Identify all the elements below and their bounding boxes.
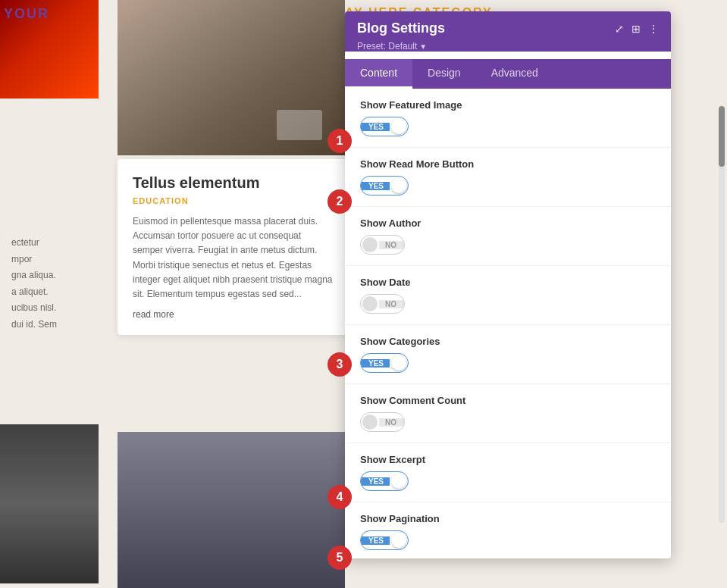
read-more-link[interactable]: read more	[133, 309, 334, 320]
categories-yes-label: YES	[362, 359, 390, 368]
blog-settings-panel: Blog Settings ⤢ ⊞ ⋮ Preset: Default Cont…	[345, 11, 671, 558]
comment-count-no-label: NO	[379, 418, 403, 427]
setting-read-more-label: Show Read More Button	[360, 158, 656, 170]
pagination-toggle[interactable]: YES	[360, 530, 409, 550]
setting-pagination-label: Show Pagination	[360, 513, 656, 524]
setting-featured-image-label: Show Featured Image	[360, 99, 656, 111]
blog-card-text: Euismod in pellentesque massa placerat d…	[133, 214, 334, 302]
preset-dropdown[interactable]: Preset: Default	[357, 41, 659, 52]
step-badge-3: 3	[327, 352, 352, 377]
panel-body: Show Featured Image YES Show Read More B…	[345, 89, 671, 558]
setting-author: Show Author NO	[345, 207, 671, 266]
step-badge-4: 4	[327, 485, 352, 509]
setting-author-label: Show Author	[360, 217, 656, 229]
author-toggle[interactable]: NO	[360, 235, 405, 255]
featured-image-toggle[interactable]: YES	[360, 117, 409, 136]
setting-categories: Show Categories YES	[345, 325, 671, 384]
setting-comment-count: Show Comment Count NO	[345, 384, 671, 443]
setting-categories-label: Show Categories	[360, 336, 656, 347]
setting-date: Show Date NO	[345, 266, 671, 325]
pagination-knob	[391, 533, 406, 548]
categories-toggle-container: YES	[360, 353, 656, 373]
left-sidebar-text: ectetur mpor gna aliqua. a aliquet. ucib…	[0, 227, 118, 341]
expand-icon[interactable]: ⤢	[615, 23, 624, 35]
date-knob	[362, 296, 378, 311]
step-badge-1: 1	[327, 129, 352, 153]
setting-comment-count-label: Show Comment Count	[360, 395, 656, 406]
excerpt-toggle-container: YES	[360, 471, 656, 491]
panel-title: Blog Settings	[357, 20, 445, 36]
excerpt-toggle[interactable]: YES	[360, 471, 409, 491]
panel-header: Blog Settings ⤢ ⊞ ⋮ Preset: Default	[345, 11, 671, 52]
setting-featured-image: Show Featured Image YES	[345, 89, 671, 148]
pagination-yes-label: YES	[362, 536, 390, 545]
scrollbar-track	[719, 106, 725, 523]
featured-image-knob	[391, 119, 406, 134]
excerpt-yes-label: YES	[362, 477, 390, 486]
featured-image-toggle-container: YES	[360, 117, 656, 136]
blog-card-title: Tellus elementum	[133, 174, 334, 192]
setting-excerpt-label: Show Excerpt	[360, 454, 656, 465]
grid-icon[interactable]: ⊞	[631, 23, 641, 35]
step-badge-2: 2	[327, 189, 352, 214]
comment-count-toggle[interactable]: NO	[360, 412, 405, 432]
categories-knob	[391, 355, 406, 371]
author-toggle-container: NO	[360, 235, 656, 255]
excerpt-knob	[391, 474, 406, 489]
tab-content[interactable]: Content	[345, 59, 412, 89]
comment-count-toggle-container: NO	[360, 412, 656, 432]
blog-card-category: EDUCATION	[133, 196, 334, 205]
date-toggle-container: NO	[360, 294, 656, 314]
scrollbar-thumb[interactable]	[719, 106, 725, 167]
read-more-knob	[391, 178, 406, 193]
cards-area: ectetur mpor gna aliqua. a aliquet. ucib…	[0, 0, 349, 588]
blog-card: Tellus elementum EDUCATION Euismod in pe…	[118, 159, 349, 335]
comment-count-knob	[362, 414, 378, 430]
bottom-left-image	[0, 424, 99, 583]
tab-design[interactable]: Design	[412, 59, 476, 89]
author-no-label: NO	[379, 241, 403, 249]
author-knob	[362, 237, 378, 252]
date-toggle[interactable]: NO	[360, 294, 405, 314]
setting-excerpt: Show Excerpt YES	[345, 443, 671, 502]
setting-pagination: Show Pagination YES	[345, 502, 671, 558]
bottom-right-image	[118, 432, 345, 588]
top-main-image	[118, 0, 345, 155]
featured-image-yes-label: YES	[362, 123, 390, 131]
read-more-toggle[interactable]: YES	[360, 176, 409, 195]
panel-header-icons: ⤢ ⊞ ⋮	[615, 23, 659, 35]
tab-advanced[interactable]: Advanced	[476, 59, 553, 89]
setting-date-label: Show Date	[360, 277, 656, 288]
read-more-yes-label: YES	[362, 182, 390, 190]
pagination-toggle-container: YES	[360, 530, 656, 550]
panel-tabs: Content Design Advanced	[345, 59, 671, 89]
date-no-label: NO	[379, 300, 403, 308]
categories-toggle[interactable]: YES	[360, 353, 409, 373]
read-more-toggle-container: YES	[360, 176, 656, 195]
step-badge-5: 5	[327, 546, 352, 570]
more-options-icon[interactable]: ⋮	[648, 23, 659, 35]
banner-left-text: YOUR	[0, 6, 49, 22]
setting-read-more: Show Read More Button YES	[345, 148, 671, 207]
